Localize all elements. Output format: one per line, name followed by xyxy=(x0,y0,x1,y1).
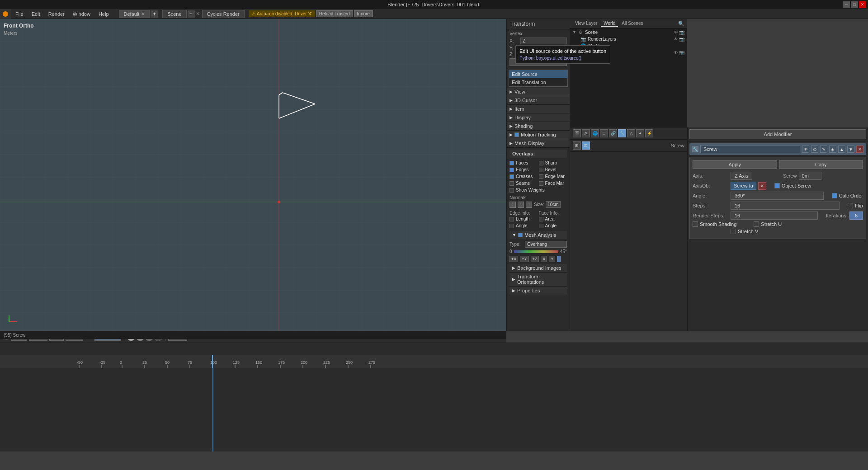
props-world-icon[interactable]: 🌐 xyxy=(591,129,599,137)
camera-eye[interactable]: 👁 xyxy=(674,50,678,55)
section-motiontracking[interactable]: ▶ Motion Tracking xyxy=(507,131,570,139)
workspace-tab-default[interactable]: Default ✕ xyxy=(119,10,150,18)
reload-trusted-button[interactable]: Reload Trusted xyxy=(316,10,353,17)
mod-edit-icon[interactable]: ✎ xyxy=(820,146,827,153)
props-data-icon[interactable]: △ xyxy=(627,129,635,137)
angle-value[interactable]: 360° xyxy=(731,192,824,200)
section-shading[interactable]: ▶ Shading xyxy=(507,122,570,131)
workspace-add-button[interactable]: + xyxy=(151,10,158,18)
area-checkbox[interactable] xyxy=(539,217,543,221)
section-display[interactable]: ▶ Display xyxy=(507,113,570,122)
apply-button[interactable]: Apply xyxy=(693,160,777,169)
edit-source-item[interactable]: Edit Source xyxy=(509,70,567,78)
modifier-name-field[interactable] xyxy=(700,145,800,153)
x-value[interactable]: Z: xyxy=(520,38,567,44)
scene-vis-render[interactable]: 📷 xyxy=(679,30,684,35)
smooth-checkbox[interactable] xyxy=(693,221,698,227)
mod-close-icon[interactable]: ✕ xyxy=(856,146,863,153)
props-render-icon[interactable]: 🎬 xyxy=(573,129,581,137)
normals-face-icon[interactable]: ↑ xyxy=(518,202,524,208)
stretchv-checkbox[interactable] xyxy=(731,229,736,234)
steps-value[interactable]: 16 xyxy=(731,202,840,210)
mod-viewport-icon[interactable]: ⊙ xyxy=(811,146,818,153)
normals-vertex-icon[interactable]: ↑ xyxy=(509,202,516,208)
type-value[interactable]: Overhang xyxy=(525,241,567,248)
props-sub-icon1[interactable]: ⊞ xyxy=(573,141,581,150)
axis-py[interactable]: +Y xyxy=(520,256,528,262)
ma-checkbox[interactable] xyxy=(518,233,523,237)
normals-loop-icon[interactable]: ↑ xyxy=(526,202,532,208)
edges-checkbox[interactable] xyxy=(509,168,514,172)
faces-checkbox[interactable] xyxy=(509,161,514,165)
renderlayers-render[interactable]: 📷 xyxy=(679,37,684,42)
bevel-checkbox[interactable] xyxy=(539,168,543,172)
camera-render[interactable]: 📷 xyxy=(679,50,684,55)
menu-window[interactable]: Window xyxy=(69,10,94,18)
outliner-item-scene[interactable]: ▼ ⛭ Scene 👁 📷 xyxy=(570,28,687,36)
size-value[interactable]: 10cm xyxy=(546,201,560,208)
sharp-checkbox[interactable] xyxy=(539,161,543,165)
show-weights-checkbox[interactable] xyxy=(509,188,514,193)
props-object-icon[interactable]: □ xyxy=(600,129,608,137)
axis-value[interactable]: Z Axis xyxy=(731,172,752,180)
angle1-checkbox[interactable] xyxy=(509,224,514,228)
props-scene-icon[interactable]: ⛭ xyxy=(582,129,590,137)
menu-render[interactable]: Render xyxy=(45,10,68,18)
3d-viewport[interactable]: Front Ortho Meters xyxy=(0,19,506,331)
axisob-clear-icon[interactable]: ✕ xyxy=(758,182,766,190)
stretchu-checkbox[interactable] xyxy=(754,221,759,227)
copy-button[interactable]: Copy xyxy=(779,160,863,169)
axis-pz[interactable]: +Z xyxy=(531,256,539,262)
screw-value[interactable]: 0m xyxy=(799,172,821,180)
calc-order-checkbox[interactable] xyxy=(832,193,837,198)
mesh-analysis-header[interactable]: ▼ Mesh Analysis xyxy=(509,231,567,239)
seams-checkbox[interactable] xyxy=(509,181,514,186)
render-engine-selector[interactable]: Cycles Render xyxy=(202,10,245,18)
props-modifiers-icon[interactable]: 🔧 xyxy=(618,129,626,137)
menu-file[interactable]: File xyxy=(12,10,27,18)
facemar-checkbox[interactable] xyxy=(539,181,543,186)
mod-render-icon[interactable]: 👁 xyxy=(802,146,809,153)
outliner-tab-allscenes[interactable]: All Scenes xyxy=(619,20,646,27)
flip-checkbox[interactable] xyxy=(848,203,853,208)
section-properties[interactable]: ▶ Properties xyxy=(509,287,567,295)
section-item[interactable]: ▶ Item xyxy=(507,105,570,113)
mod-cage-icon[interactable]: ◈ xyxy=(829,146,836,153)
iterations-value[interactable]: 6 xyxy=(849,212,863,220)
renderlayers-eye[interactable]: 👁 xyxy=(674,37,678,42)
section-view[interactable]: ▶ View xyxy=(507,88,570,96)
section-bg-images[interactable]: ▶ Background Images xyxy=(509,264,567,273)
angle2-checkbox[interactable] xyxy=(539,224,543,228)
outliner-search-icon[interactable]: 🔍 xyxy=(678,21,684,27)
render-steps-value[interactable]: 16 xyxy=(731,212,818,220)
axis-active[interactable] xyxy=(557,256,561,262)
edgemar-checkbox[interactable] xyxy=(539,174,543,179)
add-modifier-button[interactable]: Add Modifier xyxy=(689,129,866,139)
axis-y[interactable]: Y xyxy=(549,256,555,262)
mod-down-icon[interactable]: ▼ xyxy=(847,146,854,153)
outliner-tab-viewlayer[interactable]: View Layer xyxy=(572,20,600,27)
mod-up-icon[interactable]: ▲ xyxy=(838,146,845,153)
scene-vis-eye[interactable]: 👁 xyxy=(674,30,678,35)
props-particles-icon[interactable]: ✦ xyxy=(636,129,644,137)
props-sub-icon2[interactable]: ⊡ xyxy=(582,141,590,150)
motiontracking-checkbox[interactable] xyxy=(514,132,519,137)
section-transform-orient[interactable]: ▶ Transform Orientations xyxy=(509,273,567,287)
section-3dcursor[interactable]: ▶ 3D Cursor xyxy=(507,96,570,105)
outliner-tab-world[interactable]: World xyxy=(601,20,618,27)
axisob-value[interactable]: Screw ta xyxy=(731,182,756,190)
section-meshdisplay[interactable]: ▶ Mesh Display xyxy=(507,139,570,148)
scene-tab[interactable]: Scene xyxy=(162,10,186,18)
ignore-button[interactable]: Ignore xyxy=(354,10,373,17)
menu-help[interactable]: Help xyxy=(95,10,113,18)
scene-add-button[interactable]: + xyxy=(188,10,195,18)
props-physics-icon[interactable]: ⚡ xyxy=(645,129,653,137)
maximize-button[interactable]: □ xyxy=(851,1,858,8)
axis-x[interactable]: X xyxy=(541,256,547,262)
length-checkbox[interactable] xyxy=(509,217,514,221)
outliner-item-renderlayers[interactable]: 📷 RenderLayers 👁 📷 xyxy=(570,36,687,42)
creases-checkbox[interactable] xyxy=(509,174,514,179)
axis-px[interactable]: +X xyxy=(509,256,518,262)
props-constraints-icon[interactable]: 🔗 xyxy=(609,129,617,137)
close-button[interactable]: ✕ xyxy=(859,1,866,8)
